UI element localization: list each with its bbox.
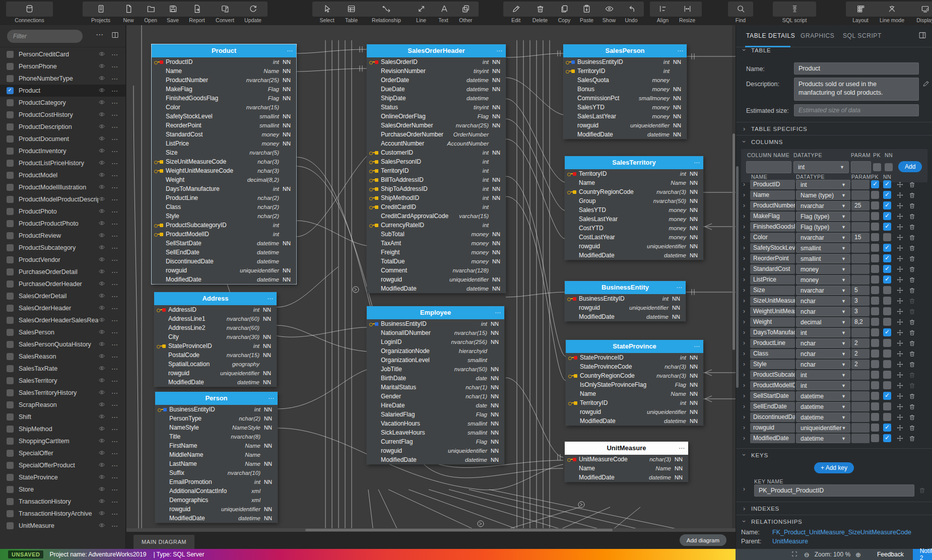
pk-checkbox[interactable] (871, 254, 879, 262)
eye-icon[interactable] (98, 389, 111, 397)
pk-checkbox[interactable] (871, 191, 879, 199)
column-param-input[interactable] (851, 412, 870, 422)
expand-row-icon[interactable]: › (743, 308, 745, 315)
delete-row-icon[interactable] (908, 424, 916, 433)
nn-checkbox[interactable] (883, 201, 891, 209)
delete-row-icon[interactable] (908, 361, 916, 370)
diagram-column-row[interactable]: SafetyStockLevelsmallintNN (152, 112, 296, 121)
diagram-column-row[interactable]: DueDatedatetimeNN (367, 85, 506, 94)
diagram-column-row[interactable]: BusinessEntityIDintNN (367, 319, 504, 328)
sidebar-table-item-TransactionHistoryArchive[interactable]: TransactionHistoryArchive⋯ (0, 508, 125, 520)
table-checkbox[interactable] (7, 522, 14, 529)
section-indexes[interactable]: INDEXES (736, 505, 932, 512)
fullscreen-icon[interactable] (791, 550, 798, 559)
pk-checkbox[interactable] (871, 392, 879, 400)
sidebar-table-item-UnitMeasure[interactable]: UnitMeasure⋯ (0, 520, 125, 532)
pk-checkbox[interactable] (871, 180, 879, 188)
item-menu-icon[interactable]: ⋯ (111, 148, 125, 155)
table-checkbox[interactable] (7, 413, 14, 421)
section-keys[interactable]: KEYS (736, 451, 932, 459)
item-menu-icon[interactable]: ⋯ (111, 256, 125, 264)
nn-checkbox[interactable] (883, 328, 891, 336)
sidebar-table-item-SalesPersonQuotaHistory[interactable]: SalesPersonQuotaHistory⋯ (0, 338, 125, 351)
eye-icon[interactable] (98, 510, 111, 518)
diagram-column-row[interactable]: SellStartDatedatetimeNN (152, 239, 296, 248)
table-checkbox[interactable] (7, 426, 14, 433)
column-datatype-select[interactable]: nvarchar▼ (796, 286, 850, 295)
diagram-column-row[interactable]: rowguiduniqueidentifierNN (367, 275, 506, 284)
expand-row-icon[interactable]: › (743, 244, 745, 251)
diagram-column-row[interactable]: Commentnvarchar(128) (367, 266, 506, 275)
eye-icon[interactable] (98, 111, 111, 119)
expand-row-icon[interactable]: › (743, 223, 745, 230)
sidebar-table-item-ProductDocument[interactable]: ProductDocument⋯ (0, 133, 125, 145)
section-columns[interactable]: COLUMNS (736, 138, 932, 146)
table-checkbox[interactable] (7, 87, 14, 94)
diagram-column-row[interactable]: BusinessEntityIDintNN (563, 57, 687, 66)
eye-icon[interactable] (98, 147, 111, 156)
column-param-input[interactable]: 15 (851, 233, 870, 242)
pk-checkbox[interactable] (871, 318, 879, 326)
toolbar-button-projects[interactable]: Projects (84, 2, 117, 25)
eye-icon[interactable] (98, 62, 111, 71)
delete-row-icon[interactable] (908, 181, 916, 190)
diagram-table-header[interactable]: Address⋯ (154, 292, 277, 305)
column-param-input[interactable]: 5 (851, 286, 870, 295)
feedback-button[interactable]: Feedback (868, 549, 913, 560)
diagram-column-row[interactable]: NameNameNN (566, 389, 703, 398)
column-datatype-select[interactable]: datetime▼ (796, 412, 850, 422)
column-name-input[interactable]: FinishedGoodsFlag (750, 222, 795, 232)
diagram-column-row[interactable]: NameStyleNameStyleNN (155, 423, 278, 432)
nn-checkbox[interactable] (883, 297, 891, 305)
expand-row-icon[interactable]: › (743, 276, 745, 283)
tab-sql-script[interactable]: SQL SCRIPT (843, 32, 882, 39)
diagram-column-row[interactable]: BonusmoneyNN (563, 85, 687, 94)
column-name-input[interactable]: ModifiedDate (750, 434, 795, 443)
diagram-table-SalesPerson[interactable]: SalesPerson⋯BusinessEntityIDintNNTerrito… (563, 44, 687, 139)
eye-icon[interactable] (98, 449, 111, 458)
eye-icon[interactable] (98, 75, 111, 83)
diagram-column-row[interactable]: ModifiedDatedatetimeNN (367, 284, 506, 293)
sidebar-table-item-SalesTaxRate[interactable]: SalesTaxRate⋯ (0, 363, 125, 375)
table-menu-icon[interactable]: ⋯ (676, 281, 682, 294)
add-column-button[interactable]: Add (898, 161, 922, 172)
sidebar-table-item-ProductDescription[interactable]: ProductDescription⋯ (0, 121, 125, 133)
diagram-column-row[interactable]: rowguiduniqueidentifierNN (565, 242, 703, 251)
toolbar-button-line-mode[interactable]: Line mode (874, 2, 910, 25)
pk-checkbox[interactable] (871, 233, 879, 241)
diagram-column-row[interactable]: SickLeaveHourssmallintNN (367, 428, 504, 437)
add-pk-checkbox[interactable] (873, 163, 881, 171)
expand-row-icon[interactable]: › (743, 202, 745, 209)
expand-row-icon[interactable]: › (743, 265, 745, 272)
diagram-column-row[interactable]: SellEndDatedatetime (152, 248, 296, 257)
toolbar-button-relationship[interactable]: Relationship (363, 2, 410, 25)
diagram-column-row[interactable]: NameNameNN (565, 178, 703, 187)
column-name-input[interactable]: DaysToManufacture (750, 328, 795, 337)
item-menu-icon[interactable]: ⋯ (111, 426, 125, 433)
diagram-table-UnitMeasure[interactable]: UnitMeasure⋯UnitMeasureCodenchar(3)NNNam… (565, 442, 688, 482)
delete-row-icon[interactable] (908, 382, 916, 391)
item-menu-icon[interactable]: ⋯ (111, 365, 125, 373)
diagram-column-row[interactable]: NameNameNN (152, 66, 296, 76)
table-description-input[interactable] (794, 78, 919, 101)
diagram-column-row[interactable]: NameNameNN (565, 464, 688, 473)
sidebar-table-item-Product[interactable]: Product⋯ (0, 85, 125, 97)
diagram-column-row[interactable]: Sizenvarchar(5) (152, 148, 296, 157)
expand-row-icon[interactable]: › (743, 181, 745, 188)
column-datatype-select[interactable]: nvarchar▼ (796, 233, 850, 242)
column-param-input[interactable] (851, 402, 870, 411)
add-nn-checkbox[interactable] (885, 163, 893, 171)
delete-row-icon[interactable] (908, 213, 916, 222)
pk-checkbox[interactable] (871, 349, 879, 358)
move-row-icon[interactable] (896, 297, 904, 306)
toolbar-button-new[interactable]: New (117, 2, 140, 25)
column-name-input[interactable]: SafetyStockLevel (750, 243, 795, 253)
pk-checkbox[interactable] (871, 381, 879, 389)
pk-checkbox[interactable] (871, 223, 879, 231)
diagram-column-row[interactable]: BusinessEntityIDintNN (565, 294, 686, 303)
diagram-column-row[interactable]: SubTotalmoneyNN (367, 230, 506, 239)
diagram-column-row[interactable]: rowguiduniqueidentifierNN (152, 266, 296, 275)
column-datatype-select[interactable]: money▼ (796, 275, 850, 285)
column-param-input[interactable] (851, 180, 870, 189)
table-checkbox[interactable] (7, 474, 14, 481)
